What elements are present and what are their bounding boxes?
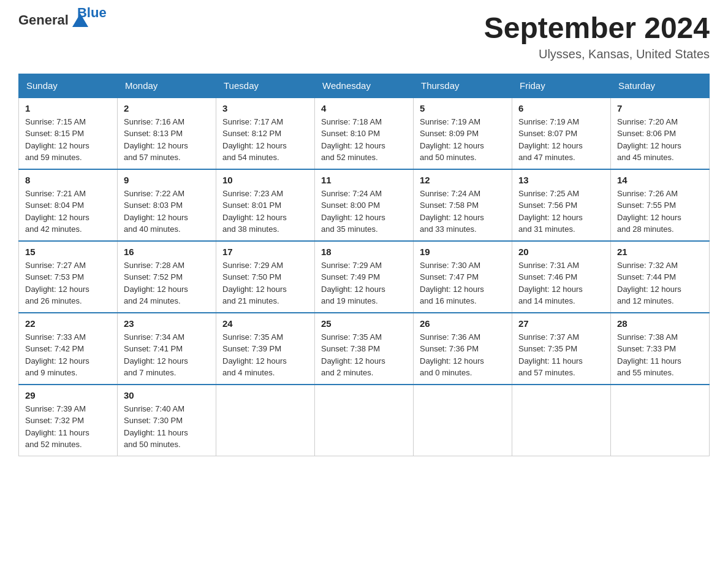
day-number: 5 bbox=[420, 103, 506, 113]
table-cell bbox=[414, 385, 512, 456]
cell-info: Sunrise: 7:33 AMSunset: 7:42 PMDaylight:… bbox=[25, 332, 89, 378]
cell-info: Sunrise: 7:25 AMSunset: 7:56 PMDaylight:… bbox=[518, 189, 583, 234]
table-cell: 19Sunrise: 7:30 AMSunset: 7:47 PMDayligh… bbox=[414, 241, 512, 313]
table-cell: 10Sunrise: 7:23 AMSunset: 8:01 PMDayligh… bbox=[216, 169, 315, 241]
title-area: September 2024 Ulysses, Kansas, United S… bbox=[484, 12, 710, 61]
header-row: Sunday Monday Tuesday Wednesday Thursday… bbox=[19, 74, 710, 98]
day-number: 13 bbox=[518, 175, 604, 185]
day-number: 25 bbox=[321, 318, 407, 329]
cell-info: Sunrise: 7:27 AMSunset: 7:53 PMDaylight:… bbox=[25, 261, 89, 306]
day-number: 7 bbox=[617, 103, 703, 113]
table-cell bbox=[216, 385, 315, 456]
day-number: 4 bbox=[321, 103, 407, 113]
table-cell: 30Sunrise: 7:40 AMSunset: 7:30 PMDayligh… bbox=[118, 385, 216, 456]
day-number: 1 bbox=[25, 103, 111, 113]
cell-info: Sunrise: 7:20 AMSunset: 8:06 PMDaylight:… bbox=[617, 117, 681, 163]
logo-text-blue: Blue bbox=[77, 5, 107, 21]
table-cell bbox=[315, 385, 414, 456]
calendar-subtitle: Ulysses, Kansas, United States bbox=[484, 47, 710, 61]
cell-info: Sunrise: 7:19 AMSunset: 8:07 PMDaylight:… bbox=[518, 117, 583, 163]
header: General Blue September 2024 Ulysses, Kan… bbox=[18, 12, 710, 61]
table-cell: 1Sunrise: 7:15 AMSunset: 8:15 PMDaylight… bbox=[19, 98, 118, 169]
day-number: 24 bbox=[222, 318, 308, 329]
calendar-table: Sunday Monday Tuesday Wednesday Thursday… bbox=[18, 74, 710, 456]
cell-info: Sunrise: 7:35 AMSunset: 7:38 PMDaylight:… bbox=[321, 332, 385, 378]
cell-info: Sunrise: 7:37 AMSunset: 7:35 PMDaylight:… bbox=[518, 332, 583, 378]
week-row: 15Sunrise: 7:27 AMSunset: 7:53 PMDayligh… bbox=[19, 241, 710, 313]
week-row: 29Sunrise: 7:39 AMSunset: 7:32 PMDayligh… bbox=[19, 385, 710, 456]
table-cell: 7Sunrise: 7:20 AMSunset: 8:06 PMDaylight… bbox=[611, 98, 710, 169]
table-cell: 28Sunrise: 7:38 AMSunset: 7:33 PMDayligh… bbox=[611, 313, 710, 385]
day-number: 8 bbox=[25, 175, 111, 185]
day-number: 30 bbox=[124, 390, 210, 400]
cell-info: Sunrise: 7:22 AMSunset: 8:03 PMDaylight:… bbox=[124, 189, 188, 234]
logo: General Blue bbox=[18, 12, 123, 28]
cell-info: Sunrise: 7:31 AMSunset: 7:46 PMDaylight:… bbox=[518, 261, 583, 306]
cell-info: Sunrise: 7:15 AMSunset: 8:15 PMDaylight:… bbox=[25, 117, 89, 163]
col-saturday: Saturday bbox=[611, 74, 710, 98]
day-number: 19 bbox=[420, 247, 506, 257]
day-number: 22 bbox=[25, 318, 111, 329]
col-monday: Monday bbox=[118, 74, 216, 98]
col-thursday: Thursday bbox=[414, 74, 512, 98]
cell-info: Sunrise: 7:29 AMSunset: 7:49 PMDaylight:… bbox=[321, 261, 385, 306]
cell-info: Sunrise: 7:35 AMSunset: 7:39 PMDaylight:… bbox=[222, 332, 287, 378]
day-number: 21 bbox=[617, 247, 703, 257]
day-number: 10 bbox=[222, 175, 308, 185]
table-cell: 17Sunrise: 7:29 AMSunset: 7:50 PMDayligh… bbox=[216, 241, 315, 313]
table-cell: 13Sunrise: 7:25 AMSunset: 7:56 PMDayligh… bbox=[512, 169, 611, 241]
table-cell bbox=[611, 385, 710, 456]
logo-text-general: General bbox=[18, 12, 69, 28]
table-cell: 20Sunrise: 7:31 AMSunset: 7:46 PMDayligh… bbox=[512, 241, 611, 313]
cell-info: Sunrise: 7:24 AMSunset: 7:58 PMDaylight:… bbox=[420, 189, 484, 234]
table-cell bbox=[512, 385, 611, 456]
day-number: 23 bbox=[124, 318, 210, 329]
table-cell: 15Sunrise: 7:27 AMSunset: 7:53 PMDayligh… bbox=[19, 241, 118, 313]
table-cell: 26Sunrise: 7:36 AMSunset: 7:36 PMDayligh… bbox=[414, 313, 512, 385]
day-number: 14 bbox=[617, 175, 703, 185]
cell-info: Sunrise: 7:16 AMSunset: 8:13 PMDaylight:… bbox=[124, 117, 188, 163]
table-cell: 3Sunrise: 7:17 AMSunset: 8:12 PMDaylight… bbox=[216, 98, 315, 169]
col-wednesday: Wednesday bbox=[315, 74, 414, 98]
cell-info: Sunrise: 7:40 AMSunset: 7:30 PMDaylight:… bbox=[124, 404, 188, 450]
table-cell: 4Sunrise: 7:18 AMSunset: 8:10 PMDaylight… bbox=[315, 98, 414, 169]
table-cell: 2Sunrise: 7:16 AMSunset: 8:13 PMDaylight… bbox=[118, 98, 216, 169]
table-cell: 24Sunrise: 7:35 AMSunset: 7:39 PMDayligh… bbox=[216, 313, 315, 385]
week-row: 1Sunrise: 7:15 AMSunset: 8:15 PMDaylight… bbox=[19, 98, 710, 169]
table-cell: 5Sunrise: 7:19 AMSunset: 8:09 PMDaylight… bbox=[414, 98, 512, 169]
day-number: 9 bbox=[124, 175, 210, 185]
week-row: 8Sunrise: 7:21 AMSunset: 8:04 PMDaylight… bbox=[19, 169, 710, 241]
day-number: 12 bbox=[420, 175, 506, 185]
cell-info: Sunrise: 7:19 AMSunset: 8:09 PMDaylight:… bbox=[420, 117, 484, 163]
table-cell: 16Sunrise: 7:28 AMSunset: 7:52 PMDayligh… bbox=[118, 241, 216, 313]
day-number: 26 bbox=[420, 318, 506, 329]
cell-info: Sunrise: 7:29 AMSunset: 7:50 PMDaylight:… bbox=[222, 261, 287, 306]
day-number: 3 bbox=[222, 103, 308, 113]
cell-info: Sunrise: 7:36 AMSunset: 7:36 PMDaylight:… bbox=[420, 332, 484, 378]
cell-info: Sunrise: 7:17 AMSunset: 8:12 PMDaylight:… bbox=[222, 117, 287, 163]
table-cell: 29Sunrise: 7:39 AMSunset: 7:32 PMDayligh… bbox=[19, 385, 118, 456]
table-cell: 21Sunrise: 7:32 AMSunset: 7:44 PMDayligh… bbox=[611, 241, 710, 313]
table-cell: 22Sunrise: 7:33 AMSunset: 7:42 PMDayligh… bbox=[19, 313, 118, 385]
day-number: 15 bbox=[25, 247, 111, 257]
calendar-title: September 2024 bbox=[484, 12, 710, 45]
cell-info: Sunrise: 7:32 AMSunset: 7:44 PMDaylight:… bbox=[617, 261, 681, 306]
day-number: 16 bbox=[124, 247, 210, 257]
table-cell: 6Sunrise: 7:19 AMSunset: 8:07 PMDaylight… bbox=[512, 98, 611, 169]
day-number: 6 bbox=[518, 103, 604, 113]
cell-info: Sunrise: 7:39 AMSunset: 7:32 PMDaylight:… bbox=[25, 404, 89, 450]
cell-info: Sunrise: 7:24 AMSunset: 8:00 PMDaylight:… bbox=[321, 189, 385, 234]
col-friday: Friday bbox=[512, 74, 611, 98]
cell-info: Sunrise: 7:38 AMSunset: 7:33 PMDaylight:… bbox=[617, 332, 681, 378]
day-number: 20 bbox=[518, 247, 604, 257]
cell-info: Sunrise: 7:18 AMSunset: 8:10 PMDaylight:… bbox=[321, 117, 385, 163]
table-cell: 14Sunrise: 7:26 AMSunset: 7:55 PMDayligh… bbox=[611, 169, 710, 241]
cell-info: Sunrise: 7:28 AMSunset: 7:52 PMDaylight:… bbox=[124, 261, 188, 306]
table-cell: 11Sunrise: 7:24 AMSunset: 8:00 PMDayligh… bbox=[315, 169, 414, 241]
day-number: 29 bbox=[25, 390, 111, 400]
day-number: 11 bbox=[321, 175, 407, 185]
cell-info: Sunrise: 7:21 AMSunset: 8:04 PMDaylight:… bbox=[25, 189, 89, 234]
col-sunday: Sunday bbox=[19, 74, 118, 98]
table-cell: 25Sunrise: 7:35 AMSunset: 7:38 PMDayligh… bbox=[315, 313, 414, 385]
cell-info: Sunrise: 7:23 AMSunset: 8:01 PMDaylight:… bbox=[222, 189, 287, 234]
